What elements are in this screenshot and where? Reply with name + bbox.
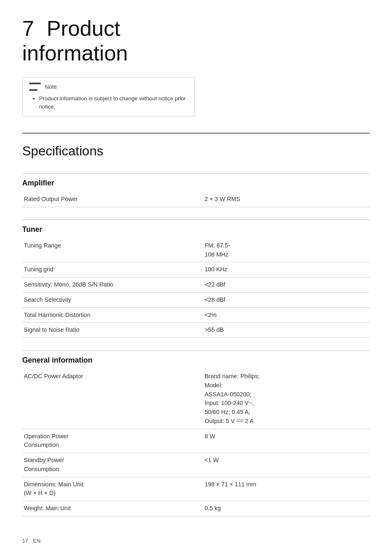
spec-label: Tuning grid (22, 262, 203, 278)
page-footer: 17 EN (22, 537, 370, 545)
spec-value: 2 × 3 W RMS (203, 192, 370, 207)
amplifier-section: Amplifier Rated Output Power 2 × 3 W RMS (22, 173, 370, 207)
spec-value: <28 dBf (203, 292, 370, 308)
specifications-title: Specifications (22, 141, 370, 161)
spec-value: <22 dBf (203, 278, 370, 293)
spec-label: Dimensions: Main Unit(W × H × D) (22, 477, 203, 501)
table-row: Rated Output Power 2 × 3 W RMS (22, 192, 370, 207)
tuner-table: Tuning Range FM: 87.5-108 MHz Tuning gri… (22, 238, 370, 338)
note-box: Note Product information is subject to c… (22, 77, 195, 117)
spec-label: Sensitivity: Mono, 26dB S/N Ratio (22, 278, 203, 293)
title-text: Productinformation (22, 16, 128, 65)
footer-page-number: 17 (22, 537, 28, 545)
table-row: Dimensions: Main Unit(W × H × D) 198 × 7… (22, 477, 370, 501)
spec-label: Total Harmonic Distortion (22, 308, 203, 323)
general-heading: General information (22, 351, 370, 369)
spec-value: FM: 87.5-108 MHz (203, 238, 370, 262)
note-content: Product information is subject to change… (29, 95, 188, 111)
general-table: AC/DC Power Adaptor Brand name: Philips;… (22, 369, 370, 516)
note-item: Product information is subject to change… (39, 95, 188, 111)
table-row: Weight: Main Unit 0.5 kg (22, 501, 370, 516)
spec-value: 100 KHz (203, 262, 370, 278)
spec-label: Standby PowerConsumption (22, 453, 203, 477)
tuner-section: Tuner Tuning Range FM: 87.5-108 MHz Tuni… (22, 220, 370, 338)
tuner-heading: Tuner (22, 220, 370, 238)
amplifier-table: Rated Output Power 2 × 3 W RMS (22, 192, 370, 207)
spec-label: Operation PowerConsumption (22, 429, 203, 453)
spec-label: Tuning Range (22, 238, 203, 262)
spec-value: <2% (203, 308, 370, 323)
table-row: Tuning Range FM: 87.5-108 MHz (22, 238, 370, 262)
spec-value: 198 × 71 × 111 mm (203, 477, 370, 501)
note-label: Note (45, 83, 57, 91)
amplifier-heading: Amplifier (22, 173, 370, 192)
note-header: Note (29, 83, 188, 91)
spec-label: Rated Output Power (22, 192, 203, 207)
table-row: Standby PowerConsumption <1 W (22, 453, 370, 477)
table-row: Search Selectivity <28 dBf (22, 292, 370, 308)
table-row: AC/DC Power Adaptor Brand name: Philips;… (22, 369, 370, 429)
spec-label: AC/DC Power Adaptor (22, 369, 203, 429)
table-row: Total Harmonic Distortion <2% (22, 308, 370, 323)
chapter-number: 7 (22, 16, 34, 40)
spec-value: >55 dB (203, 323, 370, 338)
spec-label: Search Selectivity (22, 292, 203, 308)
footer-language: EN (33, 537, 40, 545)
page-title: 7 Productinformation (22, 16, 370, 66)
spec-label: Weight: Main Unit (22, 501, 203, 516)
section-divider (22, 133, 370, 134)
spec-value: Brand name: Philips;Model:ASSA1A-050200;… (203, 369, 370, 429)
spec-value: 8 W (203, 429, 370, 453)
note-icon (29, 83, 41, 91)
spec-value: <1 W (203, 453, 370, 477)
spec-value: 0.5 kg (203, 501, 370, 516)
table-row: Tuning grid 100 KHz (22, 262, 370, 278)
table-row: Operation PowerConsumption 8 W (22, 429, 370, 453)
table-row: Sensitivity: Mono, 26dB S/N Ratio <22 dB… (22, 278, 370, 293)
general-section: General information AC/DC Power Adaptor … (22, 350, 370, 516)
table-row: Signal to Noise Ratio >55 dB (22, 323, 370, 338)
spec-label: Signal to Noise Ratio (22, 323, 203, 338)
